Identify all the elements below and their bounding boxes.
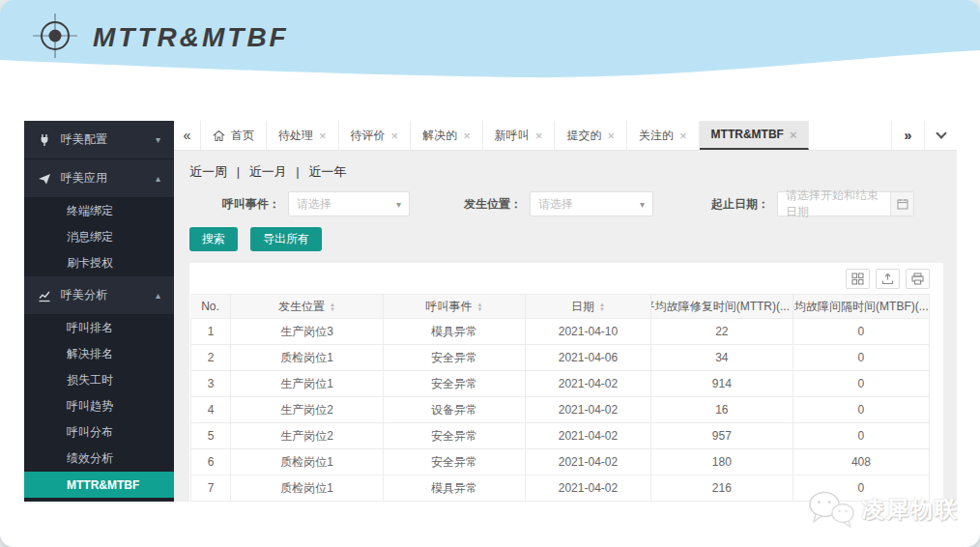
export-all-button[interactable]: 导出所有 [250,227,322,251]
page-body: 近一周 | 近一月 | 近一年 呼叫事件： 请选择 ▾ 发生位置： [174,151,957,502]
cell-mtbf: 408 [793,449,930,475]
location-select[interactable]: 请选择 ▾ [530,191,653,216]
watermark-text: 凌犀物联 [862,495,959,525]
column-label: 日期 [571,299,594,315]
close-icon[interactable]: × [319,130,327,142]
table-header-cell[interactable]: 呼叫事件 [384,295,526,318]
sidebar-item[interactable]: 解决排名 [24,341,174,367]
cell-no: 1 [190,319,231,344]
tab-label: MTTR&MTBF [711,128,784,141]
table-header-row: No. 发生位置 呼叫事件 [190,294,930,319]
tabbar-controls: » [891,121,957,150]
export-table-button[interactable] [876,269,900,289]
table-header-cell[interactable]: No. [190,295,231,318]
action-buttons: 搜索 导出所有 [189,227,943,251]
cell-location: 生产岗位2 [231,423,384,448]
sidebar-item[interactable]: 终端绑定 [24,198,174,224]
cell-mttr: 180 [651,449,793,475]
filter-row: 呼叫事件： 请选择 ▾ 发生位置： 请选择 ▾ 起止日期： 请选择开始和结束日期 [189,191,943,216]
table-header-cell[interactable]: 平均故障修复时间(MTTR)(... [651,295,793,318]
tab-label: 新呼叫 [495,128,530,144]
sidebar-item[interactable]: 呼美配置 ▾ [24,121,174,159]
event-filter-label: 呼叫事件： [222,196,280,213]
table-row: 1 生产岗位3 模具异常 2021-04-10 22 0 [190,319,930,345]
sidebar-item-label: 绩效分析 [67,450,160,467]
sort-icon[interactable] [477,302,483,311]
sidebar-item[interactable]: 绩效分析 [24,446,174,472]
tab[interactable]: 首页 [201,121,267,150]
tab[interactable]: 解决的 × [411,121,483,150]
sidebar-item[interactable]: 消息绑定 [24,224,174,250]
table-header-cell[interactable]: 发生位置 [231,295,384,318]
tab-label: 解决的 [422,128,457,144]
column-label: 发生位置 [278,299,325,315]
date-range-input[interactable]: 请选择开始和结束日期 [777,191,914,216]
search-button[interactable]: 搜索 [189,227,238,251]
sidebar-item[interactable]: 呼叫趋势 [24,393,174,419]
home-icon [213,130,225,142]
cell-mttr: 914 [651,371,793,396]
sidebar-item[interactable]: MTTR&MTBF [24,472,174,498]
tabs: 首页 待处理 × 待评价 × [201,121,809,150]
tabs-dropdown-button[interactable] [924,121,957,150]
range-week-link[interactable]: 近一周 [189,164,227,179]
cell-no: 2 [190,345,231,370]
page-title: MTTR&MTBF [93,18,289,53]
column-settings-button[interactable] [846,269,870,289]
close-icon[interactable]: × [535,130,543,142]
data-table: No. 发生位置 呼叫事件 [190,294,930,502]
cell-event: 安全异常 [384,423,526,448]
tab[interactable]: 提交的 × [555,121,627,150]
close-icon[interactable]: × [679,130,687,142]
range-year-link[interactable]: 近一年 [308,164,346,179]
print-button[interactable] [906,269,930,289]
event-select[interactable]: 请选择 ▾ [288,191,410,216]
cell-event: 模具异常 [384,319,526,344]
sort-icon[interactable] [599,302,605,311]
columns-icon [851,273,864,285]
select-caret-icon: ▾ [640,199,645,210]
sidebar-item-label: 呼叫趋势 [67,398,160,415]
tab[interactable]: MTTR&MTBF × [700,121,810,150]
close-icon[interactable]: × [790,129,797,141]
cell-date: 2021-04-02 [526,449,651,475]
content-area: « 首页 待处理 [174,121,957,502]
sidebar-item-label: 呼叫分布 [67,424,160,441]
sidebar-item[interactable]: 呼美应用 ▴ [24,159,174,198]
tab[interactable]: 新呼叫 × [483,121,556,150]
brand-watermark: 凌犀物联 [806,489,959,530]
cell-date: 2021-04-02 [526,371,651,396]
sidebar-item[interactable]: 损失工时 [24,367,174,393]
tab[interactable]: 待评价 × [339,121,412,150]
range-month-link[interactable]: 近一月 [249,164,287,179]
tabs-collapse-button[interactable]: « [174,121,201,150]
sidebar-item-label: 损失工时 [67,372,160,389]
cell-event: 模具异常 [384,475,526,501]
table-card: No. 发生位置 呼叫事件 [189,263,943,502]
close-icon[interactable]: × [463,130,471,142]
column-label: 平均故障修复时间(MTTR)(... [651,299,790,315]
calendar-icon[interactable] [890,192,913,216]
sort-icon[interactable] [330,302,335,311]
tab[interactable]: 待处理 × [267,121,339,150]
table-header-cell[interactable]: 平均故障间隔时间(MTBF)(... [793,295,930,318]
tab-label: 首页 [231,128,254,144]
table-header-cell[interactable]: 日期 [526,295,651,318]
tab[interactable]: 关注的 × [627,121,700,150]
cell-event: 安全异常 [384,449,526,475]
cell-event: 设备异常 [384,397,526,422]
sidebar-item[interactable]: 呼美分析 ▴ [24,276,174,315]
tabs-expand-button[interactable]: » [891,121,924,150]
cell-no: 3 [190,371,231,396]
sidebar-item[interactable]: 呼叫排名 [24,315,174,341]
crosshair-icon [33,13,77,59]
caret-icon: ▴ [156,173,160,184]
cell-no: 7 [190,475,231,501]
range-separator: | [237,164,240,179]
sidebar-item[interactable]: 呼叫分布 [24,419,174,446]
close-icon[interactable]: × [607,130,615,142]
cell-date: 2021-04-02 [526,423,651,448]
location-select-placeholder: 请选择 [538,196,634,213]
close-icon[interactable]: × [391,130,399,142]
sidebar-item[interactable]: 刷卡授权 [24,250,174,276]
